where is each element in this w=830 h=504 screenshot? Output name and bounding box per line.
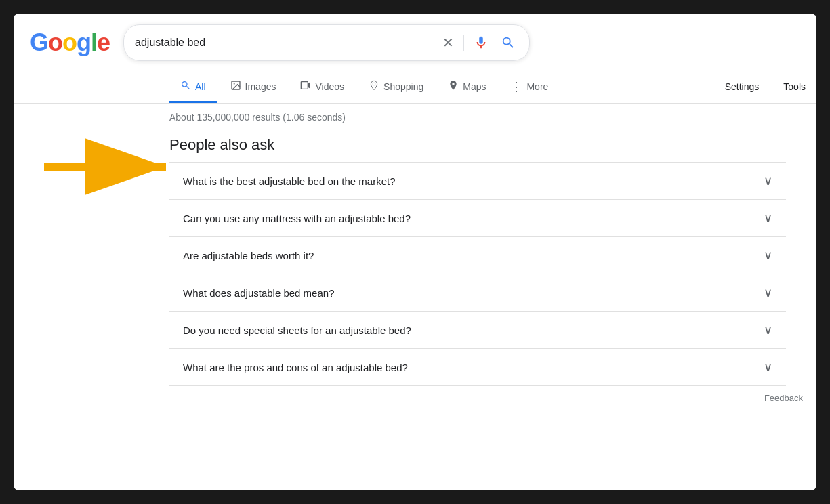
paa-item[interactable]: What does adjustable bed mean? ∨ xyxy=(169,274,786,311)
tab-maps[interactable]: Maps xyxy=(437,73,497,103)
tab-videos-icon xyxy=(300,80,311,93)
tab-videos-label: Videos xyxy=(315,81,344,92)
tab-videos[interactable]: Videos xyxy=(289,73,355,103)
clear-icon: ✕ xyxy=(442,35,454,51)
search-box: adjustable bed ✕ xyxy=(123,24,530,61)
search-input[interactable]: adjustable bed xyxy=(135,37,433,49)
paa-question-6: What are the pros and cons of an adjusta… xyxy=(183,362,408,373)
paa-list: What is the best adjustable bed on the m… xyxy=(169,162,786,386)
search-icons-group: ✕ xyxy=(440,32,518,54)
tab-more[interactable]: ⋮ More xyxy=(499,74,559,103)
tab-shopping-label: Shopping xyxy=(383,81,423,92)
chevron-down-icon-4: ∨ xyxy=(764,285,772,300)
logo-e: e xyxy=(97,28,110,57)
feedback-link[interactable]: Feedback xyxy=(764,393,803,403)
settings-tab[interactable]: Settings xyxy=(714,75,770,102)
tab-more-label: More xyxy=(526,81,548,92)
chevron-down-icon-3: ∨ xyxy=(764,248,772,263)
logo-o1: o xyxy=(48,28,62,57)
svg-rect-2 xyxy=(302,82,308,89)
clear-button[interactable]: ✕ xyxy=(440,32,457,54)
nav-settings-group: Settings Tools xyxy=(714,75,816,102)
settings-label: Settings xyxy=(725,81,760,92)
logo-g2: g xyxy=(77,28,91,57)
search-bar-area: Google adjustable bed ✕ xyxy=(14,14,816,61)
tab-images-label: Images xyxy=(245,81,276,92)
logo-o2: o xyxy=(62,28,77,57)
paa-question-4: What does adjustable bed mean? xyxy=(183,287,334,299)
paa-section: People also ask What is the best adjusta… xyxy=(169,136,786,386)
paa-question-2: Can you use any mattress with an adjusta… xyxy=(183,213,411,224)
paa-item[interactable]: What is the best adjustable bed on the m… xyxy=(169,162,786,199)
voice-search-button[interactable] xyxy=(471,33,491,53)
paa-question-5: Do you need special sheets for an adjust… xyxy=(183,324,411,336)
icon-divider xyxy=(463,35,464,51)
google-logo: Google xyxy=(30,28,110,57)
tab-shopping-icon xyxy=(369,80,379,93)
tab-shopping[interactable]: Shopping xyxy=(358,73,434,103)
tab-maps-label: Maps xyxy=(463,81,486,92)
browser-window: Google adjustable bed ✕ xyxy=(14,14,816,490)
tab-all-label: All xyxy=(195,81,206,92)
logo-g: G xyxy=(30,28,48,57)
arrow-annotation xyxy=(37,143,180,190)
tab-all-icon xyxy=(180,80,191,93)
paa-question-3: Are adjustable beds worth it? xyxy=(183,250,314,261)
paa-title: People also ask xyxy=(169,136,786,154)
chevron-down-icon-1: ∨ xyxy=(764,173,772,188)
paa-item[interactable]: Can you use any mattress with an adjusta… xyxy=(169,199,786,236)
nav-tabs: All Images Videos Shopping Maps xyxy=(14,66,816,104)
mic-icon xyxy=(474,35,489,50)
chevron-down-icon-2: ∨ xyxy=(764,211,772,226)
tab-images-icon xyxy=(230,80,241,93)
tab-all[interactable]: All xyxy=(169,73,217,103)
tab-images[interactable]: Images xyxy=(220,73,287,103)
logo-l: l xyxy=(91,28,97,57)
chevron-down-icon-5: ∨ xyxy=(764,322,772,337)
paa-question-1: What is the best adjustable bed on the m… xyxy=(183,175,396,187)
paa-item[interactable]: Are adjustable beds worth it? ∨ xyxy=(169,236,786,274)
results-count: About 135,000,000 results (1.06 seconds) xyxy=(169,112,816,123)
tools-tab[interactable]: Tools xyxy=(772,75,816,102)
tab-maps-icon xyxy=(448,80,459,93)
search-submit-button[interactable] xyxy=(498,33,518,53)
svg-point-1 xyxy=(233,83,234,85)
search-icon xyxy=(501,35,516,50)
paa-with-arrow: People also ask What is the best adjusta… xyxy=(169,136,816,386)
feedback-row: Feedback xyxy=(169,386,816,403)
results-area: About 135,000,000 results (1.06 seconds)… xyxy=(14,104,816,403)
tools-label: Tools xyxy=(783,81,806,92)
paa-item[interactable]: Do you need special sheets for an adjust… xyxy=(169,311,786,348)
chevron-down-icon-6: ∨ xyxy=(764,360,772,375)
tab-more-icon: ⋮ xyxy=(510,81,522,93)
paa-item[interactable]: What are the pros and cons of an adjusta… xyxy=(169,348,786,386)
